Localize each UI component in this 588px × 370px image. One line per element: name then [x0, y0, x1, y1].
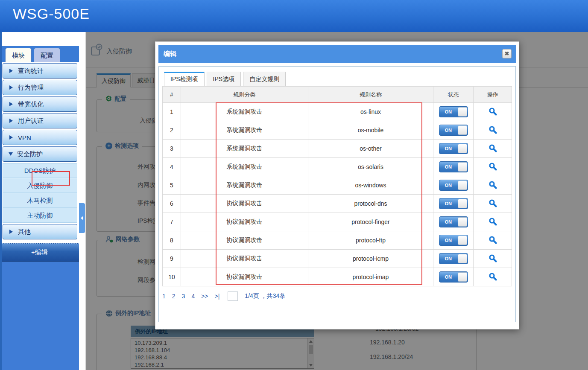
toggle-handle[interactable]: [458, 181, 467, 190]
sidebar-item-DDOS防护[interactable]: DDOS防护: [3, 163, 77, 178]
cell-index: 5: [163, 176, 181, 195]
pagination-page-2[interactable]: 2: [172, 293, 176, 300]
magnifier-icon[interactable]: [489, 254, 497, 262]
sidebar-menu: 查询统计行为管理带宽优化用户认证VPN安全防护DDOS防护入侵防御木马检测主动防…: [0, 62, 79, 241]
pagination: 1234 >> >| 1/4页 ，共34条: [162, 291, 512, 301]
table-row: 5系统漏洞攻击os-windowsON: [163, 176, 512, 195]
pagination-info: 1/4页 ，共34条: [245, 292, 285, 300]
toggle-handle[interactable]: [458, 162, 467, 172]
magnifier-icon[interactable]: [489, 236, 497, 244]
cell-state: ON: [433, 195, 474, 213]
toggle-handle[interactable]: [458, 144, 467, 153]
toggle-on-switch[interactable]: ON: [439, 125, 468, 136]
sidebar-item-主动防御[interactable]: 主动防御: [3, 208, 77, 222]
toggle-label: ON: [439, 125, 457, 135]
cell-rule-name: protocol-imap: [308, 268, 433, 286]
sidebar-collapse-handle[interactable]: [79, 203, 85, 233]
toggle-handle[interactable]: [458, 107, 467, 117]
toggle-handle[interactable]: [458, 272, 467, 282]
sidebar: 模块配置 查询统计行为管理带宽优化用户认证VPN安全防护DDOS防护入侵防御木马…: [0, 32, 79, 370]
sidebar-group-其他[interactable]: 其他: [3, 224, 77, 239]
cell-category: 协议漏洞攻击: [181, 231, 308, 250]
toggle-label: ON: [439, 253, 457, 264]
table-row: 4系统漏洞攻击os-solarisON: [163, 158, 512, 176]
sidebar-group-安全防护[interactable]: 安全防护: [3, 146, 77, 162]
table-row: 2系统漏洞攻击os-mobileON: [163, 121, 512, 140]
column-header-#: #: [163, 87, 181, 103]
column-header-规则名称: 规则名称: [308, 87, 433, 103]
pagination-page-1[interactable]: 1: [162, 293, 166, 300]
pagination-next-link[interactable]: >>: [201, 293, 208, 300]
chevron-left-icon: [81, 216, 83, 220]
column-header-操作: 操作: [474, 87, 512, 103]
cell-category: 协议漏洞攻击: [181, 213, 308, 231]
cell-index: 1: [163, 103, 181, 121]
cell-category: 协议漏洞攻击: [181, 195, 308, 213]
toggle-handle[interactable]: [458, 217, 467, 227]
table-row: 10协议漏洞攻击protocol-imapON: [163, 268, 512, 286]
table-row: 3系统漏洞攻击os-otherON: [163, 140, 512, 158]
sidebar-group-用户认证[interactable]: 用户认证: [3, 113, 77, 128]
sidebar-item-入侵防御[interactable]: 入侵防御: [3, 178, 77, 193]
arrow-right-icon: [9, 85, 13, 90]
pagination-page-4[interactable]: 4: [191, 293, 195, 300]
toggle-on-switch[interactable]: ON: [439, 235, 468, 246]
arrow-right-icon: [9, 69, 13, 73]
sidebar-group-label: 用户认证: [18, 117, 44, 125]
dialog-titlebar[interactable]: 编辑 ✖: [158, 45, 516, 63]
arrow-down-icon: [9, 152, 13, 156]
toggle-handle[interactable]: [458, 125, 467, 135]
toggle-label: ON: [439, 198, 457, 209]
sidebar-tab-配置[interactable]: 配置: [34, 48, 60, 62]
arrow-right-icon: [9, 230, 13, 234]
toggle-on-switch[interactable]: ON: [439, 198, 468, 209]
dialog-tab-自定义规则[interactable]: 自定义规则: [243, 72, 286, 86]
magnifier-icon[interactable]: [489, 181, 497, 189]
dialog-tab-IPS检测项[interactable]: IPS检测项: [164, 72, 205, 86]
column-header-规则分类: 规则分类: [181, 87, 308, 103]
cell-rule-name: os-other: [308, 140, 433, 158]
sidebar-tab-模块[interactable]: 模块: [5, 48, 32, 62]
magnifier-icon[interactable]: [489, 144, 497, 152]
toggle-handle[interactable]: [458, 199, 467, 208]
cell-operation: [474, 103, 512, 121]
toggle-handle[interactable]: [458, 236, 467, 245]
dialog-title: 编辑: [164, 50, 176, 57]
cell-rule-name: os-solaris: [308, 158, 433, 176]
magnifier-icon[interactable]: [489, 217, 497, 226]
cell-operation: [474, 213, 512, 231]
cell-state: ON: [433, 103, 474, 121]
magnifier-icon[interactable]: [489, 272, 497, 281]
toggle-on-switch[interactable]: ON: [439, 271, 468, 283]
sidebar-group-带宽优化[interactable]: 带宽优化: [3, 96, 77, 112]
toggle-on-switch[interactable]: ON: [439, 106, 468, 117]
cell-operation: [474, 140, 512, 158]
dialog-tab-IPS选项[interactable]: IPS选项: [207, 72, 241, 86]
sidebar-group-label: 安全防护: [17, 150, 43, 158]
toggle-handle[interactable]: [458, 254, 467, 263]
edit-menu-button[interactable]: +编辑: [0, 243, 79, 262]
table-row: 9协议漏洞攻击protocol-icmpON: [163, 250, 512, 268]
toggle-on-switch[interactable]: ON: [439, 143, 468, 154]
sidebar-item-木马检测[interactable]: 木马检测: [3, 193, 77, 208]
pagination-page-3[interactable]: 3: [182, 293, 185, 300]
close-icon[interactable]: ✖: [502, 49, 512, 58]
toggle-on-switch[interactable]: ON: [439, 180, 468, 191]
sidebar-group-VPN[interactable]: VPN: [3, 130, 77, 145]
magnifier-icon[interactable]: [489, 107, 497, 116]
magnifier-icon[interactable]: [489, 125, 497, 134]
sidebar-group-查询统计[interactable]: 查询统计: [3, 63, 77, 79]
toggle-on-switch[interactable]: ON: [439, 253, 468, 264]
magnifier-icon[interactable]: [489, 162, 497, 171]
cell-index: 3: [163, 140, 181, 158]
toggle-on-switch[interactable]: ON: [439, 161, 468, 172]
toggle-label: ON: [439, 180, 457, 190]
pagination-last-link[interactable]: >|: [215, 293, 220, 300]
top-header: WSG-500E: [0, 0, 588, 32]
page-number-input[interactable]: [228, 291, 238, 301]
toggle-on-switch[interactable]: ON: [439, 216, 468, 227]
toggle-label: ON: [439, 162, 457, 172]
cell-rule-name: protocol-icmp: [308, 250, 433, 268]
magnifier-icon[interactable]: [489, 199, 497, 207]
sidebar-group-行为管理[interactable]: 行为管理: [3, 80, 77, 95]
